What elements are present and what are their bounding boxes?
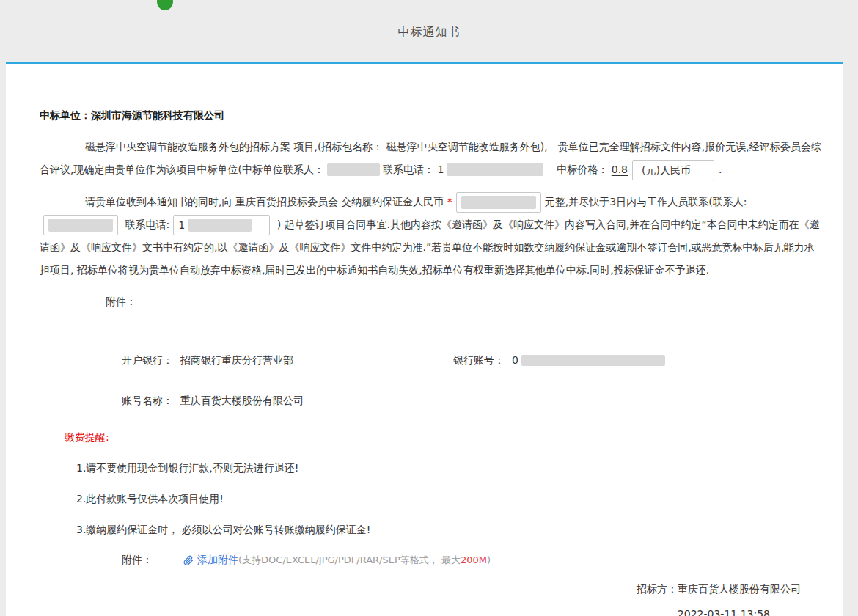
para1-phone-prefix: 1 [437,164,444,175]
attachment-hint: (支持DOC/EXCEL/JPG/PDF/RAR/SEP等格式， 最大200M) [238,554,491,567]
paperclip-icon [183,555,194,566]
attachment-label: 附件： [122,554,153,567]
bank-name-label: 开户银行： [122,354,173,366]
redacted-contact [48,219,113,232]
page-header: 中标通知书 [0,0,858,62]
package-name: 磁悬浮中央空调节能改造服务外包 [386,141,540,153]
add-attachment-link[interactable]: 添加附件 [197,554,238,567]
winner-label: 中标单位： [40,109,91,121]
deposit-amount-input[interactable] [456,192,541,213]
redacted-contact-phone [188,219,252,232]
para2-text-2: 元整,并尽快于3日内与工作人员联系(联系人: [545,196,747,208]
attachment-upload-row: 附件： 添加附件(支持DOC/EXCEL/JPG/PDF/RAR/SEP等格式，… [40,554,823,567]
notice-document: 中标单位：深圳市海源节能科技有限公司 磁悬浮中央空调节能改造服务外包的招标方案 … [6,62,843,616]
para1-text-end: . [719,164,722,175]
currency-select[interactable]: (元)人民币 [632,160,714,180]
redacted-contact-person [327,163,380,176]
attachment-size-limit: 200M [461,554,487,565]
para2-phone-label: 联系电话: [125,219,169,230]
currency-option-label: (元)人民币 [642,159,691,182]
reminder-item-3: 3.缴纳履约保证金时， 必须以公司对公账号转账缴纳履约保证金! [40,524,823,537]
winner-line: 中标单位：深圳市海源节能科技有限公司 [40,109,823,122]
para2-text-1: 请贵单位收到本通知书的同时,向 重庆百货招投标委员会 交纳履约保证金人民币 [85,196,444,208]
attachment-hint-suffix: ) [487,554,491,565]
phone-prefix: 1 [178,214,185,237]
bank-account-cell: 银行账号：0 [453,353,668,367]
redacted-bank-account [521,355,665,366]
contact-person-input[interactable] [43,215,118,235]
bank-info-row: 开户银行：招商银行重庆分行营业部 银行账号：0 [40,353,823,367]
deposit-paragraph: 请贵单位收到本通知书的同时,向 重庆百货招投标委员会 交纳履约保证金人民币 *元… [40,191,823,282]
attachments-section-label: 附件： [40,290,823,313]
page-title: 中标通知书 [0,25,858,40]
winner-name: 深圳市海源节能科技有限公司 [91,109,224,121]
account-name-label: 账号名称： [122,395,173,406]
bank-name-cell: 开户银行：招商银行重庆分行营业部 [122,353,453,367]
issue-datetime: 2022-03-11 13:58 [40,608,823,616]
contact-phone-input[interactable]: 1 [173,215,270,235]
para1-price-label: 中标价格： [546,164,608,175]
redacted-phone-number [447,163,543,176]
redacted-amount [461,196,536,209]
reminder-item-2: 2.此付款账号仅供本次项目使用! [40,493,823,506]
issuer-line: 招标方：重庆百货大楼股份有限公司 [40,583,823,596]
project-name: 磁悬浮中央空调节能改造服务外包的招标方案 [85,141,290,153]
para1-text-1: 项目,(招标包名称： [290,141,386,153]
attachment-hint-prefix: (支持DOC/EXCEL/JPG/PDF/RAR/SEP等格式， 最大 [238,554,461,565]
reminder-item-1: 1.请不要使用现金到银行汇款,否则无法进行退还! [40,462,823,475]
bank-account-label: 银行账号： [453,354,505,366]
award-price: 0.8 [612,164,628,175]
account-name-row: 账号名称：重庆百货大楼股份有限公司 [40,393,823,408]
account-name-value: 重庆百货大楼股份有限公司 [180,395,304,406]
bank-name-value: 招商银行重庆分行营业部 [180,354,293,366]
payment-reminder-title: 缴费提醒: [40,431,823,444]
award-paragraph: 磁悬浮中央空调节能改造服务外包的招标方案 项目,(招标包名称： 磁悬浮中央空调节… [40,136,823,181]
step-indicator-dot [157,0,173,10]
para1-phone-label: 联系电话： [383,164,434,175]
required-asterisk: * [447,196,452,208]
bank-account-prefix: 0 [512,354,518,366]
